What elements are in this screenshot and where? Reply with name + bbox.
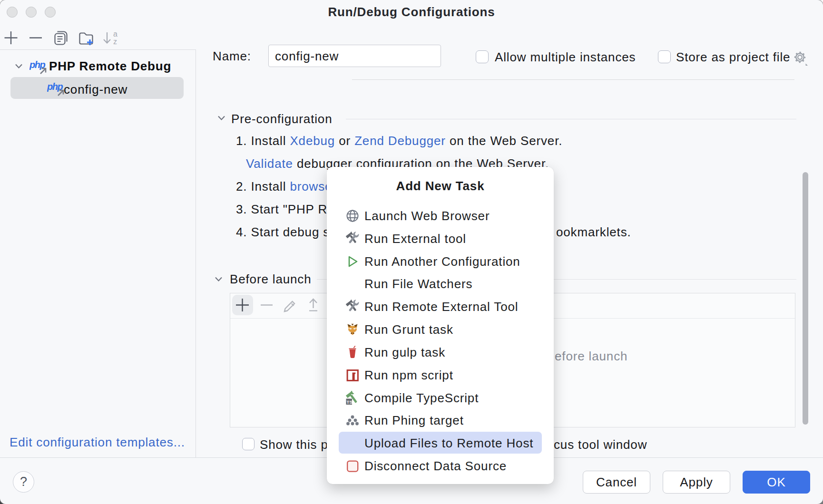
svg-text:TS: TS bbox=[347, 399, 353, 405]
svg-text:z: z bbox=[113, 38, 117, 45]
svg-text:a: a bbox=[113, 31, 118, 38]
